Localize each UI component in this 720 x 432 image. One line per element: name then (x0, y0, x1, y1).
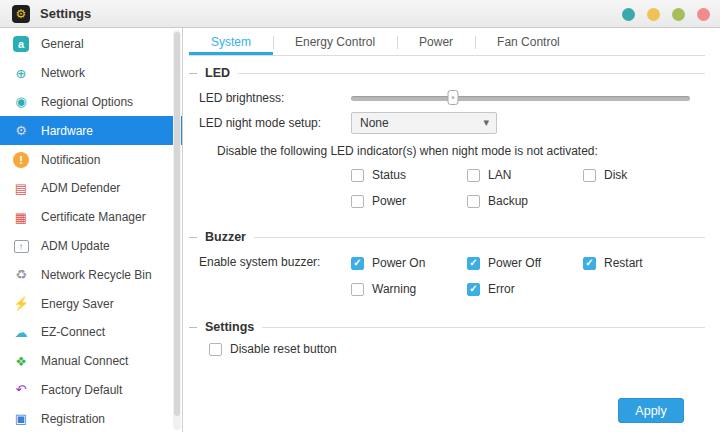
led-brightness-row: LED brightness: (189, 90, 705, 106)
buzzer-checkboxes: Power On Power Off Restart Warning Error (351, 252, 703, 304)
window-dot-green-icon[interactable] (672, 8, 685, 21)
sidebar-item-network[interactable]: ⊕ Network (0, 59, 182, 88)
sidebar-item-ez-connect[interactable]: ☁ EZ-Connect (0, 318, 182, 347)
sidebar-item-label: Network Recycle Bin (41, 268, 152, 282)
green-globe-icon: ❖ (12, 354, 30, 369)
sidebar-item-registration[interactable]: ▣ Registration (0, 404, 182, 432)
led-indicator-checkboxes: Status LAN Disk Power Backup (351, 164, 703, 216)
led-night-mode-select[interactable]: None ▾ (351, 112, 497, 134)
clipboard-icon: ▣ (12, 411, 30, 426)
monitor-up-arrow-icon: ↑ (14, 240, 29, 253)
sidebar-item-label: Network (41, 66, 85, 80)
settings-gear-icon: ⚙ (12, 5, 30, 23)
asustor-logo-icon: a (13, 36, 29, 52)
checkbox-icon[interactable] (351, 169, 364, 182)
checkbox-icon[interactable] (467, 169, 480, 182)
checkbox-power[interactable]: Power (351, 190, 467, 212)
night-mode-note: Disable the following LED indicator(s) w… (217, 144, 705, 158)
tab-energy-control[interactable]: Energy Control (273, 30, 397, 55)
window-dot-yellow-icon[interactable] (647, 8, 660, 21)
hardware-settings-panel: System Energy Control Power Fan Control … (183, 28, 720, 432)
alert-exclamation-icon: ! (13, 152, 29, 168)
sidebar-item-certificate-manager[interactable]: ▦ Certificate Manager (0, 203, 182, 232)
checkbox-icon[interactable] (351, 283, 364, 296)
led-section-header: LED (189, 66, 705, 80)
settings-section-header: Settings (189, 320, 705, 334)
led-brightness-slider[interactable] (351, 90, 690, 106)
sidebar-item-label: Manual Connect (41, 354, 128, 368)
globe-network-icon: ⊕ (12, 66, 30, 81)
sidebar-item-label: General (41, 37, 84, 51)
firewall-bricks-icon: ▤ (12, 181, 30, 196)
certificate-card-icon: ▦ (12, 210, 30, 225)
checkbox-icon[interactable] (209, 343, 222, 356)
checkbox-icon[interactable] (351, 195, 364, 208)
checkbox-disk[interactable]: Disk (583, 164, 699, 186)
buzzer-label: Enable system buzzer: (199, 255, 351, 269)
sidebar-item-factory-default[interactable]: ↶ Factory Default (0, 376, 182, 405)
globe-pin-icon: ◉ (12, 94, 30, 109)
sidebar-item-label: ADM Update (41, 239, 110, 253)
sidebar-item-manual-connect[interactable]: ❖ Manual Connect (0, 347, 182, 376)
slider-thumb[interactable] (447, 90, 458, 105)
sidebar-scrollbar[interactable] (173, 30, 181, 430)
checkbox-warning[interactable]: Warning (351, 278, 467, 300)
sidebar-item-hardware[interactable]: ⚙ Hardware (0, 116, 182, 145)
checkbox-icon[interactable] (351, 257, 364, 270)
titlebar: ⚙ Settings (0, 0, 720, 28)
checkbox-icon[interactable] (467, 283, 480, 296)
sidebar-scrollbar-thumb[interactable] (174, 32, 180, 416)
sidebar-item-label: ADM Defender (41, 181, 120, 195)
led-night-mode-row: LED night mode setup: None ▾ (189, 112, 705, 134)
checkbox-disable-reset-button[interactable]: Disable reset button (209, 342, 705, 356)
section-title-settings: Settings (205, 320, 254, 334)
sidebar-item-label: Hardware (41, 124, 93, 138)
checkbox-lan[interactable]: LAN (467, 164, 583, 186)
window-dot-pink-icon[interactable] (697, 8, 710, 21)
section-title-buzzer: Buzzer (205, 230, 246, 244)
sidebar-item-label: Energy Saver (41, 297, 114, 311)
checkbox-restart[interactable]: Restart (583, 252, 699, 274)
sidebar-item-general[interactable]: a General (0, 30, 182, 59)
sidebar-item-label: Regional Options (41, 95, 133, 109)
checkbox-icon[interactable] (583, 169, 596, 182)
lightning-bolt-icon: ⚡ (12, 296, 30, 311)
sidebar-item-network-recycle-bin[interactable]: ♻ Network Recycle Bin (0, 260, 182, 289)
checkbox-power-on[interactable]: Power On (351, 252, 467, 274)
sidebar-item-label: Registration (41, 412, 105, 426)
sidebar-item-energy-saver[interactable]: ⚡ Energy Saver (0, 289, 182, 318)
checkbox-icon[interactable] (583, 257, 596, 270)
checkbox-icon[interactable] (467, 257, 480, 270)
checkbox-backup[interactable]: Backup (467, 190, 583, 212)
checkbox-status[interactable]: Status (351, 164, 467, 186)
buzzer-row: Enable system buzzer: Power On Power Off… (189, 252, 705, 304)
chip-icon: ⚙ (12, 123, 30, 138)
window-controls (622, 0, 710, 28)
sidebar-item-label: Factory Default (41, 383, 122, 397)
led-night-mode-label: LED night mode setup: (199, 116, 351, 130)
sidebar-item-adm-update[interactable]: ↑ ADM Update (0, 232, 182, 261)
tab-bar: System Energy Control Power Fan Control (189, 30, 705, 56)
sidebar-item-notification[interactable]: ! Notification (0, 145, 182, 174)
slider-track[interactable] (351, 96, 690, 101)
checkbox-icon[interactable] (467, 195, 480, 208)
sidebar-item-label: Notification (41, 153, 100, 167)
sidebar-item-regional-options[interactable]: ◉ Regional Options (0, 88, 182, 117)
sidebar-item-adm-defender[interactable]: ▤ ADM Defender (0, 174, 182, 203)
tab-system[interactable]: System (189, 30, 273, 55)
settings-sidebar: a General ⊕ Network ◉ Regional Options ⚙… (0, 28, 183, 432)
cloud-up-arrow-icon: ☁ (12, 325, 30, 340)
section-title-led: LED (205, 66, 230, 80)
tab-fan-control[interactable]: Fan Control (475, 30, 582, 55)
window-dot-teal-icon[interactable] (622, 8, 635, 21)
sidebar-item-label: Certificate Manager (41, 210, 146, 224)
apply-button[interactable]: Apply (618, 398, 684, 423)
buzzer-section-header: Buzzer (189, 230, 705, 244)
undo-arrow-icon: ↶ (12, 382, 30, 397)
tab-power[interactable]: Power (397, 30, 475, 55)
recycle-bin-icon: ♻ (12, 267, 30, 282)
led-brightness-label: LED brightness: (199, 91, 351, 105)
checkbox-error[interactable]: Error (467, 278, 583, 300)
checkbox-power-off[interactable]: Power Off (467, 252, 583, 274)
chevron-down-icon: ▾ (483, 116, 489, 129)
